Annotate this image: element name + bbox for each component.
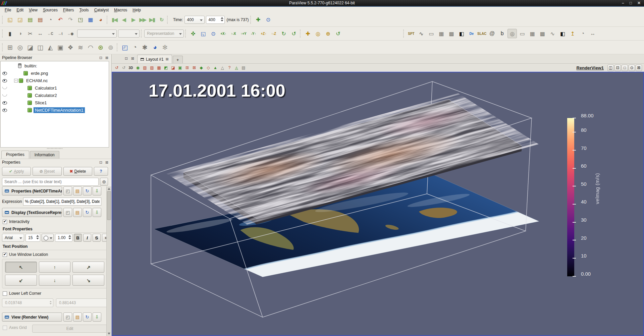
- load-state-icon[interactable]: ◳: [76, 15, 85, 24]
- section-display-header[interactable]: Display (TextSourceRepres: [2, 208, 62, 217]
- set-view-plus-x-icon[interactable]: +X↑: [219, 29, 228, 38]
- tab-properties[interactable]: Properties: [1, 151, 29, 159]
- float-dock-button[interactable]: ⊡: [98, 160, 103, 165]
- camera-undo-icon[interactable]: ↺: [114, 65, 120, 71]
- color-palette-icon[interactable]: ◕: [96, 15, 105, 24]
- set-view-minus-x-icon[interactable]: ↑-X: [229, 29, 238, 38]
- rotate-90-cw-icon[interactable]: ↻: [279, 29, 288, 38]
- menu-item[interactable]: Sources: [40, 8, 60, 12]
- spline-icon[interactable]: ∿: [417, 29, 426, 38]
- save-defaults-icon[interactable]: ⇩: [93, 186, 101, 195]
- toggle-color-legend-icon[interactable]: ▮: [5, 29, 15, 38]
- plot-selection-over-time-icon[interactable]: ◔: [130, 43, 140, 52]
- set-view-plus-z-icon[interactable]: +Z↑: [259, 29, 268, 38]
- wave-icon[interactable]: ∿: [548, 29, 557, 38]
- select-points-polygon-icon[interactable]: ◪: [170, 65, 176, 71]
- close-tab-icon[interactable]: ⊠: [166, 57, 169, 61]
- paste-properties-icon[interactable]: ▤: [73, 186, 82, 195]
- tree-expander-icon[interactable]: −: [14, 79, 18, 82]
- reset-camera-icon[interactable]: ✜: [189, 29, 198, 38]
- position-upper-center-button[interactable]: ↑: [39, 262, 71, 273]
- position-lower-center-button[interactable]: ↓: [39, 275, 71, 286]
- copy-properties-icon[interactable]: ◰: [63, 313, 72, 322]
- select-block-icon[interactable]: ▣: [177, 65, 183, 71]
- redo-icon[interactable]: ↷: [66, 15, 75, 24]
- at-symbol-icon[interactable]: @: [487, 29, 497, 38]
- pipeline-item[interactable]: Calculator2: [1, 92, 109, 99]
- close-dock-button[interactable]: ⊠: [104, 160, 109, 165]
- add-camera-link-icon[interactable]: ✚: [254, 15, 263, 24]
- toolbar-handle[interactable]: [117, 43, 119, 51]
- tree-expander-icon[interactable]: [13, 64, 17, 68]
- select-cells-rectangle-icon[interactable]: ▧: [142, 65, 148, 71]
- interactive-select-cells-icon[interactable]: ⊞: [184, 65, 190, 71]
- pipeline-item[interactable]: Slice1: [1, 99, 109, 106]
- toggle-interaction-mode-icon[interactable]: 3D: [128, 65, 134, 71]
- toolbar-handle[interactable]: [2, 16, 4, 24]
- shadow-button[interactable]: S: [93, 234, 101, 242]
- use-window-location-checkbox[interactable]: [3, 253, 7, 257]
- group-datasets-icon[interactable]: ⊛: [96, 43, 105, 52]
- time-value-spinbox[interactable]: 400: [206, 16, 225, 24]
- contrast-icon[interactable]: ◧: [457, 29, 466, 38]
- use-separate-color-map-icon[interactable]: ✂: [25, 29, 35, 38]
- position-upper-right-button[interactable]: ↗: [72, 262, 104, 273]
- toolbar-handle[interactable]: [2, 30, 4, 38]
- disconnect-server-icon[interactable]: ▤: [36, 15, 45, 24]
- slac-icon[interactable]: SLAC: [477, 29, 487, 38]
- connect-server-icon[interactable]: ▤: [25, 15, 35, 24]
- hover-points-icon[interactable]: ◇: [205, 65, 211, 71]
- search-input[interactable]: [2, 178, 99, 186]
- toolbar-handle[interactable]: [403, 30, 405, 38]
- shrink-selection-icon[interactable]: △: [219, 65, 225, 71]
- first-frame-button[interactable]: ▮◀: [110, 15, 119, 24]
- last-frame-button[interactable]: ▶▮: [148, 15, 156, 24]
- properties-scrollbar[interactable]: [106, 186, 111, 336]
- temporal-shift-icon[interactable]: ◔: [578, 29, 587, 38]
- show-orientation-axes-icon[interactable]: ✚: [303, 29, 313, 38]
- tab-information[interactable]: Information: [30, 151, 59, 159]
- extract-subset-icon[interactable]: ▣: [56, 43, 65, 52]
- position-lower-right-button[interactable]: ↘: [72, 275, 104, 286]
- b-symbol-icon[interactable]: b: [497, 29, 507, 38]
- render-view[interactable]: 17.01.2001 16:00 88.00 80: [112, 72, 644, 336]
- close-button[interactable]: ✕: [637, 1, 641, 5]
- hover-cells-icon[interactable]: ◆: [198, 65, 204, 71]
- open-file-icon[interactable]: ◱: [5, 15, 15, 24]
- pipeline-item[interactable]: NetCDFTimeAnnotation1: [1, 106, 109, 114]
- axes-grid-edit-button[interactable]: Edit: [32, 325, 107, 333]
- color-by-combo[interactable]: [77, 30, 117, 38]
- split-horizontal-button[interactable]: ◫: [607, 65, 614, 71]
- zoom-closest-icon[interactable]: ⊙: [209, 29, 218, 38]
- copy-properties-icon[interactable]: ◰: [63, 186, 72, 195]
- delete-button[interactable]: ✖ Delete: [63, 167, 92, 176]
- slice-icon[interactable]: ◫: [36, 43, 45, 52]
- visibility-eye-icon[interactable]: [2, 108, 7, 112]
- close-render-view-button[interactable]: ⊠: [636, 65, 642, 71]
- extract-group-icon[interactable]: ⊚: [106, 43, 115, 52]
- glyph-icon[interactable]: ❖: [66, 43, 75, 52]
- rescale-to-temporal-range-icon[interactable]: ↔t: [56, 29, 65, 38]
- font-opacity-spinbox[interactable]: 1.00: [55, 234, 72, 242]
- font-size-spinbox[interactable]: 15: [25, 234, 40, 242]
- save-defaults-icon[interactable]: ⇩: [93, 313, 101, 322]
- component-combo[interactable]: [118, 30, 140, 38]
- warp-icon[interactable]: ◠: [86, 43, 95, 52]
- tree-expander-icon[interactable]: [23, 108, 26, 112]
- paste-properties-icon[interactable]: ▤: [73, 313, 82, 322]
- menu-item[interactable]: Help: [130, 8, 144, 12]
- add-layout-tab[interactable]: +: [173, 56, 183, 63]
- visibility-eye-icon[interactable]: [2, 93, 7, 97]
- reload-properties-icon[interactable]: ↻: [83, 313, 92, 322]
- menu-item[interactable]: View: [26, 8, 40, 12]
- extract-selection-icon[interactable]: ◰: [120, 43, 129, 52]
- lower-left-corner-checkbox[interactable]: [3, 291, 7, 296]
- save-animation-icon[interactable]: ▦: [86, 15, 95, 24]
- manage-links-icon[interactable]: ⊙: [264, 15, 273, 24]
- probe-location-icon[interactable]: ✱: [140, 43, 150, 52]
- position-y-field[interactable]: 0.881443: [56, 298, 107, 307]
- menu-item[interactable]: Tools: [77, 8, 92, 12]
- mesh2-icon[interactable]: ▦: [528, 29, 537, 38]
- grow-selection-icon[interactable]: ▲: [212, 65, 218, 71]
- toolbar-handle[interactable]: [300, 30, 302, 38]
